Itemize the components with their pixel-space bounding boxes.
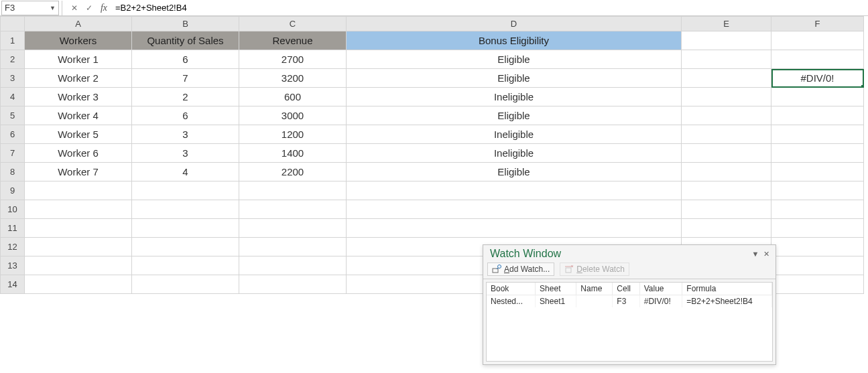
row-header-4[interactable]: 4	[1, 88, 25, 106]
cell-B12[interactable]	[132, 238, 239, 256]
col-header-B[interactable]: B	[132, 17, 239, 31]
row-header-12[interactable]: 12	[1, 238, 25, 256]
cell-D2[interactable]: Eligible	[347, 50, 682, 69]
cell-C11[interactable]	[239, 219, 347, 238]
row-header-8[interactable]: 8	[1, 163, 25, 181]
watch-col-name[interactable]: Name	[576, 283, 613, 295]
cell-A1[interactable]: Workers	[25, 31, 132, 50]
cell-A13[interactable]	[25, 256, 132, 275]
cell-E4[interactable]	[682, 88, 771, 106]
cell-C7[interactable]: 1400	[239, 144, 347, 163]
col-header-C[interactable]: C	[239, 17, 347, 31]
cell-E7[interactable]	[682, 144, 771, 163]
cell-E10[interactable]	[682, 200, 771, 219]
cell-E3[interactable]	[682, 69, 771, 88]
row-header-2[interactable]: 2	[1, 50, 25, 69]
cell-C3[interactable]: 3200	[239, 69, 347, 88]
watch-row[interactable]: Nested...Sheet1F3#DIV/0!=B2+2+Sheet2!B4	[487, 295, 772, 308]
cell-F2[interactable]	[771, 50, 864, 69]
cell-B6[interactable]: 3	[132, 125, 239, 144]
watch-col-cell[interactable]: Cell	[613, 283, 639, 295]
cell-B2[interactable]: 6	[132, 50, 239, 69]
col-header-F[interactable]: F	[771, 17, 864, 31]
row-header-14[interactable]: 14	[1, 275, 25, 294]
cell-C14[interactable]	[239, 275, 347, 294]
watch-window[interactable]: Watch Window ▼ ✕ Add Watch...	[483, 244, 776, 365]
cell-B1[interactable]: Quantity of Sales	[132, 31, 239, 50]
cell-F10[interactable]	[771, 200, 864, 219]
row-header-11[interactable]: 11	[1, 219, 25, 238]
cell-C10[interactable]	[239, 200, 347, 219]
cell-A5[interactable]: Worker 4	[25, 106, 132, 125]
row-header-9[interactable]: 9	[1, 181, 25, 200]
fx-icon[interactable]: fx	[97, 3, 111, 13]
cell-D10[interactable]	[347, 200, 682, 219]
cell-A11[interactable]	[25, 219, 132, 238]
cell-A14[interactable]	[25, 275, 132, 294]
cell-C13[interactable]	[239, 256, 347, 275]
select-all-corner[interactable]	[1, 17, 25, 31]
cell-A10[interactable]	[25, 200, 132, 219]
watch-col-sheet[interactable]: Sheet	[536, 283, 576, 295]
cell-A8[interactable]: Worker 7	[25, 163, 132, 181]
cell-F12[interactable]	[771, 238, 864, 256]
cell-C1[interactable]: Revenue	[239, 31, 347, 50]
cell-E8[interactable]	[682, 163, 771, 181]
row-header-6[interactable]: 6	[1, 125, 25, 144]
cell-C12[interactable]	[239, 238, 347, 256]
cell-F14[interactable]	[771, 275, 864, 294]
cell-D11[interactable]	[347, 219, 682, 238]
watch-col-book[interactable]: Book	[487, 283, 536, 295]
cell-C4[interactable]: 600	[239, 88, 347, 106]
cell-F11[interactable]	[771, 219, 864, 238]
cell-D1[interactable]: Bonus Eligibility	[347, 31, 682, 50]
col-header-D[interactable]: D	[347, 17, 682, 31]
cell-E5[interactable]	[682, 106, 771, 125]
cell-A4[interactable]: Worker 3	[25, 88, 132, 106]
cell-E11[interactable]	[682, 219, 771, 238]
cell-F5[interactable]	[771, 106, 864, 125]
enter-icon[interactable]: ✓	[82, 1, 97, 15]
cell-E1[interactable]	[682, 31, 771, 50]
cell-C6[interactable]: 1200	[239, 125, 347, 144]
cell-A3[interactable]: Worker 2	[25, 69, 132, 88]
row-header-5[interactable]: 5	[1, 106, 25, 125]
cell-C9[interactable]	[239, 181, 347, 200]
cell-F4[interactable]	[771, 88, 864, 106]
cell-D7[interactable]: Ineligible	[347, 144, 682, 163]
cell-D6[interactable]: Ineligible	[347, 125, 682, 144]
cell-C8[interactable]: 2200	[239, 163, 347, 181]
row-header-10[interactable]: 10	[1, 200, 25, 219]
add-watch-button[interactable]: Add Watch...	[487, 263, 554, 276]
cell-B13[interactable]	[132, 256, 239, 275]
cell-A6[interactable]: Worker 5	[25, 125, 132, 144]
watch-col-value[interactable]: Value	[639, 283, 682, 295]
row-header-3[interactable]: 3	[1, 69, 25, 88]
cell-B11[interactable]	[132, 219, 239, 238]
cell-B9[interactable]	[132, 181, 239, 200]
cell-B8[interactable]: 4	[132, 163, 239, 181]
cell-A2[interactable]: Worker 1	[25, 50, 132, 69]
row-header-1[interactable]: 1	[1, 31, 25, 50]
cell-F8[interactable]	[771, 163, 864, 181]
chevron-down-icon[interactable]: ▼	[50, 5, 56, 11]
cell-B7[interactable]: 3	[132, 144, 239, 163]
cell-A7[interactable]: Worker 6	[25, 144, 132, 163]
cell-C5[interactable]: 3000	[239, 106, 347, 125]
close-icon[interactable]: ✕	[761, 250, 771, 258]
formula-input[interactable]	[111, 1, 868, 15]
cell-E9[interactable]	[682, 181, 771, 200]
dropdown-icon[interactable]: ▼	[750, 250, 761, 258]
cell-E6[interactable]	[682, 125, 771, 144]
cell-F1[interactable]	[771, 31, 864, 50]
cell-A12[interactable]	[25, 238, 132, 256]
cell-F9[interactable]	[771, 181, 864, 200]
cell-F6[interactable]	[771, 125, 864, 144]
watch-titlebar[interactable]: Watch Window ▼ ✕	[483, 245, 776, 261]
cell-D9[interactable]	[347, 181, 682, 200]
cell-B10[interactable]	[132, 200, 239, 219]
cell-D4[interactable]: Ineligible	[347, 88, 682, 106]
row-header-7[interactable]: 7	[1, 144, 25, 163]
cell-B4[interactable]: 2	[132, 88, 239, 106]
watch-list[interactable]: BookSheetNameCellValueFormulaNested...Sh…	[486, 282, 773, 362]
